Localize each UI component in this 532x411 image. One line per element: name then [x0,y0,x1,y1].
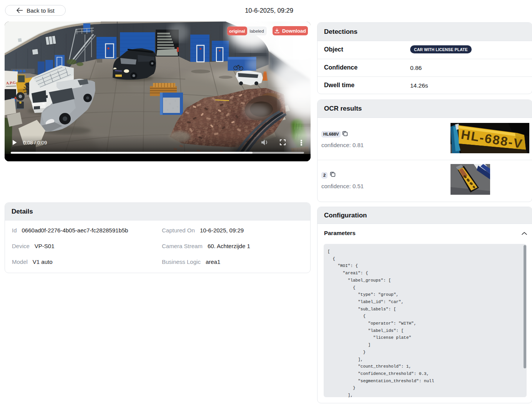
svg-text:0:08 / 0:09: 0:08 / 0:09 [23,140,47,146]
svg-text:A.P.G.: A.P.G. [6,80,17,85]
